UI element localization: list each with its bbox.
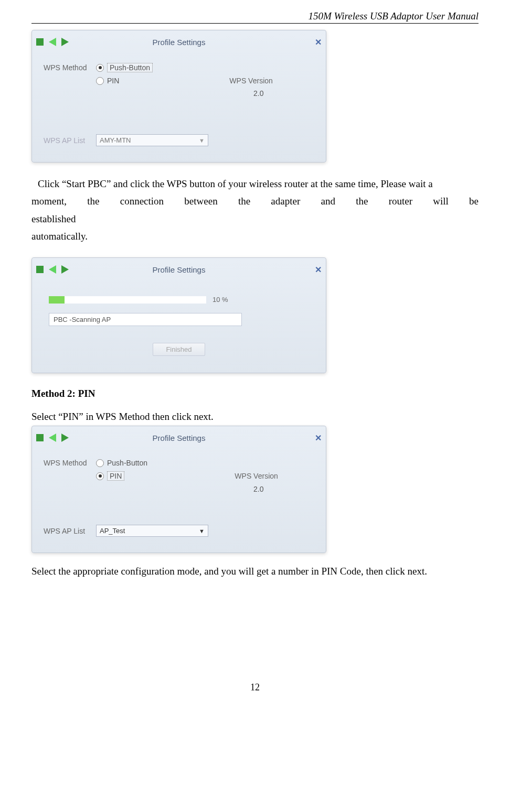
- progress-fill: [49, 296, 65, 304]
- push-button-option: Push-Button: [107, 459, 147, 467]
- wps-ap-list-combo[interactable]: AP_Test ▼: [96, 525, 208, 537]
- stop-icon[interactable]: [36, 38, 44, 46]
- forward-icon[interactable]: [61, 265, 69, 274]
- profile-settings-dialog-3: Profile Settings ✕ WPS Method Push-Butto…: [31, 426, 326, 553]
- radio-icon: [96, 77, 104, 85]
- radio-icon: [96, 472, 104, 480]
- stop-icon[interactable]: [36, 266, 44, 273]
- wps-method-label: WPS Method: [44, 63, 96, 72]
- close-icon[interactable]: ✕: [315, 433, 322, 443]
- finished-button: Finished: [153, 343, 205, 356]
- pin-radio[interactable]: PIN: [96, 471, 124, 481]
- status-box: PBC -Scanning AP: [49, 313, 242, 326]
- wps-method-label: WPS Method: [44, 459, 96, 467]
- forward-icon[interactable]: [61, 38, 69, 46]
- wps-version-value: 2.0: [253, 485, 314, 493]
- ap-value: AMY-MTN: [100, 136, 131, 144]
- profile-settings-dialog-progress: Profile Settings ✕ 10 % PBC -Scanning AP…: [31, 257, 326, 373]
- stop-icon[interactable]: [36, 434, 44, 441]
- wps-ap-list-label: WPS AP List: [44, 136, 96, 145]
- paragraph-pbc: Click “Start PBC” and click the WPS butt…: [31, 175, 479, 245]
- wps-ap-list-label: WPS AP List: [44, 527, 96, 535]
- progress-percent: 10 %: [212, 296, 228, 304]
- pin-radio[interactable]: PIN: [96, 77, 119, 85]
- radio-icon: [96, 64, 104, 72]
- forward-icon[interactable]: [61, 434, 69, 442]
- chevron-down-icon: ▼: [199, 137, 205, 144]
- back-icon[interactable]: [49, 434, 56, 442]
- dialog-titlebar: Profile Settings ✕: [32, 258, 326, 281]
- paragraph-pin-code: Select the appropriate configuration mod…: [31, 566, 479, 577]
- progress-bar: [49, 296, 206, 304]
- pin-option: PIN: [107, 471, 124, 481]
- wps-ap-list-combo[interactable]: AMY-MTN ▼: [96, 134, 208, 146]
- chevron-down-icon: ▼: [199, 528, 205, 534]
- radio-icon: [96, 459, 104, 467]
- push-button-option: Push-Button: [107, 63, 153, 72]
- dialog-titlebar: Profile Settings ✕: [32, 30, 326, 53]
- wps-version-label: WPS Version: [229, 77, 272, 85]
- page-number: 12: [31, 682, 479, 693]
- paragraph-select-pin: Select “PIN” in WPS Method then click ne…: [31, 411, 479, 423]
- close-icon[interactable]: ✕: [315, 37, 322, 47]
- wps-version-label: WPS Version: [235, 472, 278, 480]
- dialog-title: Profile Settings: [153, 38, 206, 47]
- push-button-radio[interactable]: Push-Button: [96, 63, 153, 72]
- dialog-titlebar: Profile Settings ✕: [32, 426, 326, 449]
- pin-option: PIN: [107, 77, 119, 85]
- profile-settings-dialog-1: Profile Settings ✕ WPS Method Push-Butto…: [31, 30, 326, 163]
- push-button-radio[interactable]: Push-Button: [96, 459, 147, 467]
- wps-version-value: 2.0: [253, 89, 314, 98]
- back-icon[interactable]: [49, 38, 56, 46]
- page-header: 150M Wireless USB Adaptor User Manual: [31, 10, 479, 24]
- close-icon[interactable]: ✕: [315, 265, 322, 275]
- ap-value: AP_Test: [100, 527, 125, 535]
- dialog-title: Profile Settings: [153, 434, 206, 442]
- back-icon[interactable]: [49, 265, 56, 274]
- dialog-title: Profile Settings: [153, 265, 206, 274]
- method-2-heading: Method 2: PIN: [31, 388, 479, 399]
